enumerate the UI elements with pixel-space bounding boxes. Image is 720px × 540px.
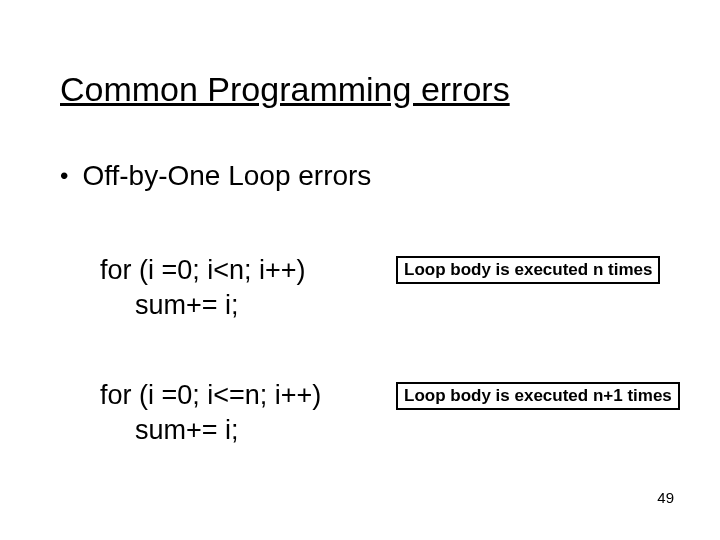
- page-number: 49: [657, 489, 674, 506]
- slide-title: Common Programming errors: [60, 70, 510, 109]
- code-block-1-line-1: for (i =0; i<n; i++): [100, 255, 306, 286]
- code-block-1-line-2: sum+= i;: [135, 290, 239, 321]
- bullet-item: • Off-by-One Loop errors: [60, 160, 371, 192]
- bullet-text: Off-by-One Loop errors: [82, 160, 371, 192]
- bullet-dot-icon: •: [60, 162, 68, 190]
- note-box-2: Loop body is executed n+1 times: [396, 382, 680, 410]
- code-block-2-line-2: sum+= i;: [135, 415, 239, 446]
- note-box-1: Loop body is executed n times: [396, 256, 660, 284]
- code-block-2-line-1: for (i =0; i<=n; i++): [100, 380, 321, 411]
